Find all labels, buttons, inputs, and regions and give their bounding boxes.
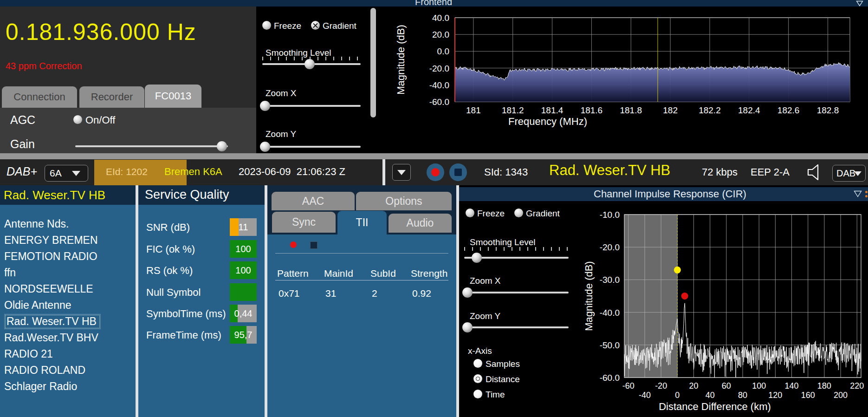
collapse-panel-icon[interactable] (856, 0, 863, 7)
spectrum-zoom-y-slider[interactable] (262, 141, 361, 152)
svg-text:0.0: 0.0 (437, 46, 449, 56)
spectrum-gradient-checkbox[interactable] (311, 21, 320, 30)
svg-text:-40.0: -40.0 (429, 80, 449, 90)
gain-label: Gain (10, 137, 35, 151)
svg-text:182: 182 (663, 105, 678, 115)
svg-text:182.4: 182.4 (738, 105, 760, 115)
quality-row-label: SymbolTime (ms) (146, 308, 226, 320)
quality-bar-frametime: 95,7 (230, 326, 257, 344)
tii-cell: 31 (325, 288, 336, 299)
ensemble-name-label: Bremen K6A (164, 166, 222, 178)
spectrum-freeze-radio[interactable] (262, 21, 271, 30)
channel-select-arrow-icon (72, 171, 80, 176)
spectrum-zoom-x-track[interactable] (262, 105, 361, 107)
stop-button[interactable] (449, 163, 467, 181)
station-selected[interactable]: Rad. Weser.TV HB (4, 314, 101, 329)
svg-text:181: 181 (466, 105, 481, 115)
quality-row-label: FIC (ok %) (146, 243, 195, 255)
channel-select-value: 6A (50, 168, 62, 179)
speaker-icon[interactable] (806, 163, 823, 182)
cir-panel: Channel Impulse Response (CIR) Freeze Gr… (459, 185, 868, 417)
svg-text:-40.0: -40.0 (600, 308, 620, 318)
decoder-tab-options[interactable]: Options (356, 192, 452, 210)
cir-plot[interactable]: -10.0-20.0-30.0-40.0-50.0-60.0-60-202060… (459, 185, 868, 417)
mode-badge: DAB+ (6, 165, 37, 178)
station-list-item[interactable]: ENERGY BREMEN (0, 232, 136, 248)
channel-select[interactable]: 6A (45, 165, 88, 182)
stop-icon (454, 169, 462, 176)
svg-text:40.0: 40.0 (432, 13, 449, 23)
spectrum-zoom-x-slider[interactable] (262, 100, 361, 111)
decoder-tab-tii[interactable]: TII (337, 211, 387, 235)
gain-slider-track[interactable] (75, 145, 228, 147)
horizontal-splitter[interactable] (0, 153, 868, 159)
station-list-item[interactable]: Schlager Radio (0, 378, 136, 395)
service-quality-title: Service Quality (145, 188, 229, 202)
agc-option-label: On/Off (85, 114, 115, 126)
decoder-tab-aac[interactable]: AAC (272, 192, 355, 210)
station-list-item[interactable]: Oldie Antenne (0, 297, 136, 313)
service-dropdown-button[interactable] (392, 164, 411, 181)
quality-bar-value: 100 (230, 240, 257, 258)
svg-text:Magnitude (dB): Magnitude (dB) (395, 25, 407, 94)
svg-text:-20: -20 (655, 381, 667, 391)
spectrum-zoom-y-label: Zoom Y (266, 129, 296, 139)
record-button[interactable] (427, 163, 444, 181)
spectrum-zoom-y-knob[interactable] (260, 142, 270, 152)
tuner-tab-connection[interactable]: Connection (2, 86, 77, 108)
tuner-panel: 0.181.936.000 Hz 43 ppm Correction Conne… (0, 7, 256, 153)
frequency-display: 0.181.936.000 Hz (6, 19, 196, 46)
spectrum-controls-scrollbar[interactable] (370, 8, 376, 117)
svg-text:120: 120 (768, 391, 782, 400)
output-select-arrow-icon (854, 171, 862, 176)
svg-text:-60.0: -60.0 (429, 97, 449, 107)
spectrum-zoom-x-label: Zoom X (266, 88, 297, 98)
spectrum-zoom-y-track[interactable] (262, 146, 361, 148)
tii-status-square[interactable] (310, 241, 317, 249)
quality-bar-value: 0,44 (230, 305, 257, 322)
spectrum-zoom-x-knob[interactable] (260, 101, 270, 111)
quality-bar-value: 100 (230, 261, 257, 279)
station-list-item[interactable]: Antenne Nds. (0, 216, 136, 232)
tii-status-dot-red (290, 241, 297, 248)
spectrum-area: Freeze Gradient Smoothing Level Zoom X Z… (256, 7, 868, 153)
svg-text:-40: -40 (639, 391, 651, 400)
station-list-item[interactable]: Rad.Weser.TV BHV (0, 330, 136, 346)
svg-text:160: 160 (801, 391, 815, 400)
station-list-item[interactable]: NORDSEEWELLE (0, 281, 136, 297)
station-list-item[interactable]: FEMOTION RADIO (0, 248, 136, 265)
svg-text:-60.0: -60.0 (600, 373, 620, 383)
tuner-tab-fc0013[interactable]: FC0013 (145, 85, 201, 108)
service-id-label: SId: 1343 (484, 166, 528, 178)
svg-text:Frequency (MHz): Frequency (MHz) (508, 116, 587, 127)
station-list-item[interactable]: ffn (0, 265, 136, 281)
decoder-tab-audio[interactable]: Audio (389, 214, 452, 233)
output-select[interactable]: DAB (832, 165, 866, 182)
bitrate-label: 72 kbps (702, 166, 738, 178)
frontend-spectrum-plot[interactable]: 40.020.00.0-20.0-40.0-60.0181181.2181.41… (385, 7, 868, 153)
svg-text:182.8: 182.8 (817, 105, 839, 115)
svg-text:200: 200 (834, 391, 848, 400)
station-list-item[interactable]: Rad. Weser.TV HB (0, 313, 136, 330)
svg-text:182.6: 182.6 (777, 105, 800, 115)
gain-slider-knob[interactable] (217, 141, 227, 151)
quality-bar-fic: 100 (230, 240, 257, 258)
svg-text:220: 220 (850, 381, 864, 391)
quality-bar-snr: 11 (230, 218, 257, 236)
spectrum-smoothing-slider[interactable] (262, 59, 361, 70)
quality-bar-rs: 100 (230, 261, 257, 279)
ppm-correction-label: 43 ppm Correction (6, 61, 82, 72)
agc-radio[interactable] (73, 115, 82, 124)
statusbar-splitter[interactable] (382, 159, 385, 185)
tii-cell: 0x71 (279, 288, 300, 299)
gain-slider[interactable] (75, 141, 228, 152)
tii-cell: 0.92 (412, 288, 431, 299)
station-list-item[interactable]: RADIO 21 (0, 346, 136, 362)
decoder-tab-sync[interactable]: Sync (272, 212, 336, 233)
station-list-item[interactable]: RADIO ROLAND (0, 362, 136, 378)
application-window: Frontend 0.181.936.000 Hz 43 ppm Correct… (0, 0, 868, 417)
frontend-window-title: Frontend (415, 0, 452, 7)
spectrum-smoothing-knob[interactable] (304, 59, 315, 69)
tuner-tab-recorder[interactable]: Recorder (79, 86, 144, 108)
svg-text:-30.0: -30.0 (600, 275, 620, 285)
